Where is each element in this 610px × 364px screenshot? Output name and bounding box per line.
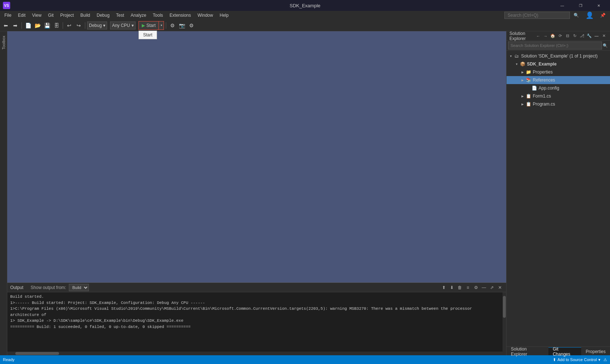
output-clear[interactable]: 🗑 — [457, 284, 463, 291]
user-avatar[interactable]: 👤 — [583, 11, 597, 19]
se-refresh-button[interactable]: ↻ — [571, 33, 578, 39]
tab-git-changes[interactable]: Git Changes — [548, 347, 581, 355]
solution-icon: 🗂 — [514, 54, 520, 59]
start-button[interactable]: ▶ Start — [138, 21, 159, 30]
debug-config-dropdown[interactable]: Debug ▾ — [87, 21, 107, 29]
search-go-button[interactable]: 🔍 — [571, 11, 582, 19]
step-over-button[interactable]: 📷 — [177, 21, 186, 30]
output-header: Output Show output from: Build ⬆ ⬇ 🗑 ≡ ⚙… — [7, 283, 506, 292]
tree-appconfig[interactable]: ▶ 📄 App.config — [507, 84, 610, 92]
back-button[interactable]: ⬅ — [1, 21, 10, 30]
menu-view[interactable]: View — [29, 11, 44, 19]
project-label: SDK_Example — [527, 62, 556, 67]
start-dropdown-button[interactable]: ▾ — [159, 21, 164, 30]
output-panel: Output Show output from: Build ⬆ ⬇ 🗑 ≡ ⚙… — [7, 282, 506, 355]
close-button[interactable]: ✕ — [590, 0, 607, 11]
add-to-source-control-button[interactable]: ⬆ Add to Source Control ▾ — [551, 357, 602, 362]
menu-build[interactable]: Build — [78, 11, 93, 19]
se-close-button[interactable]: ✕ — [601, 33, 607, 39]
references-label: References — [533, 78, 555, 83]
output-line-4: 1> SDK_Example -> D:\SDK\sample\c#\SDK_E… — [10, 318, 500, 324]
tree-references[interactable]: ▶ 📚 References — [507, 76, 610, 84]
output-scrollbar-thumb[interactable] — [503, 296, 506, 318]
title-bar-left: VS — [3, 2, 10, 9]
menu-debug[interactable]: Debug — [94, 11, 112, 19]
toolbox-panel[interactable]: Toolbox — [0, 31, 7, 355]
output-float[interactable]: ⇗ — [489, 284, 495, 291]
se-git-button[interactable]: ⎇ — [579, 33, 585, 39]
forward-button[interactable]: ➡ — [11, 21, 20, 30]
se-search-icon[interactable]: 🔍 — [602, 42, 609, 49]
references-expand-icon: ▶ — [520, 79, 525, 82]
undo-button[interactable]: ↩ — [65, 21, 74, 30]
start-button-group: ▶ Start ▾ Start — [138, 21, 164, 30]
vs-logo: VS — [3, 2, 10, 9]
tree-solution[interactable]: ▼ 🗂 Solution 'SDK_Example' (1 of 1 proje… — [507, 52, 610, 60]
programcs-label: Program.cs — [533, 102, 555, 107]
sep3 — [85, 22, 85, 29]
output-hscroll[interactable] — [7, 352, 506, 355]
tree-form1[interactable]: ▶ 📋 Form1.cs — [507, 92, 610, 100]
status-ready: Ready — [3, 357, 15, 362]
output-scroll-up[interactable]: ⬆ — [441, 284, 447, 291]
menu-file[interactable]: File — [1, 11, 14, 19]
new-file-button[interactable]: 📄 — [24, 21, 32, 30]
tab-solution-explorer[interactable]: Solution Explorer — [507, 347, 548, 355]
solution-explorer: Solution Explorer ← → 🏠 ⟳ ⊟ ↻ ⎇ 🔧 — ✕ 🔍 … — [506, 31, 610, 355]
editor-area — [7, 31, 506, 282]
output-options[interactable]: ⚙ — [473, 284, 479, 291]
menu-analyze[interactable]: Analyze — [128, 11, 149, 19]
pin-button[interactable]: 📌 — [597, 11, 609, 19]
output-source-select[interactable]: Build — [69, 284, 89, 291]
properties-label: Properties — [533, 70, 553, 75]
tree-programcs[interactable]: ▶ 📋 Program.cs — [507, 100, 610, 108]
attach-debugger-button[interactable]: ⚙ — [168, 21, 177, 30]
menu-git[interactable]: Git — [45, 11, 56, 19]
center-content: Output Show output from: Build ⬆ ⬇ 🗑 ≡ ⚙… — [7, 31, 506, 355]
menu-bar: File Edit View Git Project Build Debug T… — [0, 11, 610, 20]
se-sync-button[interactable]: ⟳ — [557, 33, 563, 39]
se-minus-button[interactable]: — — [593, 33, 600, 39]
se-toolbar: ← → 🏠 ⟳ ⊟ ↻ ⎇ 🔧 — ✕ — [535, 33, 607, 39]
platform-dropdown[interactable]: Any CPU ▾ — [110, 21, 135, 29]
se-collapse-button[interactable]: ⊟ — [564, 33, 571, 39]
menu-window[interactable]: Window — [195, 11, 216, 19]
menu-test[interactable]: Test — [113, 11, 127, 19]
tree-properties[interactable]: ▶ 📁 Properties — [507, 68, 610, 76]
output-minimize[interactable]: — — [481, 284, 487, 291]
restore-button[interactable]: ❐ — [572, 0, 589, 11]
menu-project[interactable]: Project — [57, 11, 77, 19]
menu-extensions[interactable]: Extensions — [167, 11, 194, 19]
menu-tools[interactable]: Tools — [150, 11, 166, 19]
status-left: Ready — [3, 357, 15, 362]
tab-properties[interactable]: Properties — [581, 347, 610, 355]
warning-icon[interactable]: ⚠ — [603, 357, 607, 362]
se-filter-button[interactable]: 🔧 — [586, 33, 593, 39]
se-search-input[interactable] — [508, 41, 602, 50]
output-scroll-down[interactable]: ⬇ — [449, 284, 455, 291]
project-icon: 📦 — [520, 62, 525, 67]
title-bar-title: SDK_Example — [290, 3, 321, 8]
performance-button[interactable]: ⚙ — [187, 21, 196, 30]
se-back-button[interactable]: ← — [535, 33, 541, 39]
tree-project[interactable]: ▼ 📦 SDK_Example — [507, 60, 610, 68]
output-word-wrap[interactable]: ≡ — [465, 284, 471, 291]
minimize-button[interactable]: — — [554, 0, 571, 11]
properties-expand-icon: ▶ — [520, 71, 525, 74]
save-button[interactable]: 💾 — [43, 21, 51, 30]
output-hscroll-thumb[interactable] — [15, 352, 59, 355]
title-search-input[interactable] — [504, 12, 570, 19]
status-right: ⬆ Add to Source Control ▾ ⚠ — [551, 357, 607, 362]
output-scrollbar[interactable] — [503, 292, 506, 352]
se-home-button[interactable]: 🏠 — [550, 33, 556, 39]
output-close[interactable]: ✕ — [497, 284, 503, 291]
open-button[interactable]: 📂 — [33, 21, 42, 30]
add-source-control-icon: ⬆ — [553, 357, 556, 362]
menu-edit[interactable]: Edit — [15, 11, 28, 19]
se-forward-button[interactable]: → — [542, 33, 549, 39]
save-all-button[interactable]: 🗄 — [52, 21, 61, 30]
redo-button[interactable]: ↪ — [74, 21, 83, 30]
form1-label: Form1.cs — [533, 94, 551, 99]
form1-icon: 📋 — [525, 94, 531, 99]
menu-help[interactable]: Help — [217, 11, 232, 19]
